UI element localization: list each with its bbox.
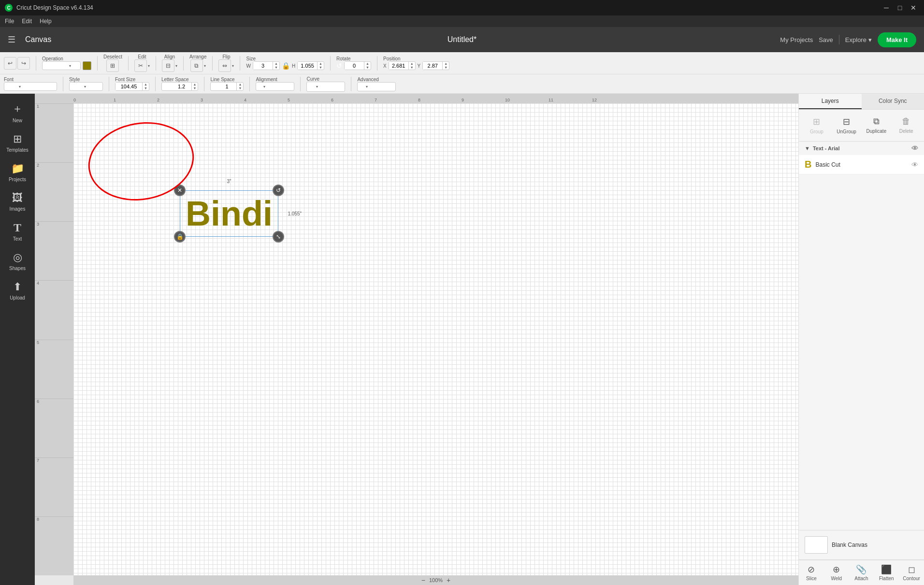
pos-y-input[interactable]: ▲ ▼ xyxy=(422,61,449,71)
layer-eye-icon[interactable]: 👁 xyxy=(911,161,918,169)
contour-button[interactable]: ◻ Contour xyxy=(899,560,924,585)
sidebar-item-upload[interactable]: ⬆ Upload xyxy=(0,277,35,304)
pos-y-field[interactable] xyxy=(423,62,442,70)
weld-button[interactable]: ⊕ Weld xyxy=(824,560,849,585)
lock-handle[interactable]: 🔒 xyxy=(174,231,186,243)
sidebar-item-projects[interactable]: 📁 Projects xyxy=(0,158,35,186)
pos-x-up[interactable]: ▲ xyxy=(409,62,415,66)
size-h-field[interactable] xyxy=(298,62,317,70)
sidebar-item-new[interactable]: ＋ New xyxy=(0,98,35,127)
color-swatch[interactable] xyxy=(83,61,91,70)
size-w-up[interactable]: ▲ xyxy=(273,62,279,66)
zoom-in-button[interactable]: + xyxy=(447,576,450,584)
rotate-input[interactable]: ▲ ▼ xyxy=(344,61,371,71)
arrange-label: Arrange xyxy=(189,54,207,59)
bindi-text[interactable]: Bindi xyxy=(186,196,273,231)
rotate-down[interactable]: ▼ xyxy=(364,66,371,70)
collapse-icon[interactable]: ▼ xyxy=(805,145,810,151)
letter-space-down[interactable]: ▼ xyxy=(192,86,198,90)
hamburger-button[interactable]: ☰ xyxy=(8,34,15,45)
flatten-button[interactable]: ⬛ Flatten xyxy=(874,560,899,585)
letter-space-input[interactable]: VA ▲ ▼ xyxy=(161,82,199,91)
canvas-text-element[interactable]: 3" 1.055" ✕ ↺ 🔒 ⤡ Bindi xyxy=(180,190,278,237)
delete-button[interactable]: 🗑 Delete xyxy=(892,114,920,137)
slice-button[interactable]: ⊘ Slice xyxy=(799,560,824,585)
font-size-label: Font Size xyxy=(115,77,149,82)
save-button[interactable]: Save xyxy=(819,36,833,43)
group-button[interactable]: ⊞ Group xyxy=(803,114,831,137)
operation-select[interactable]: Basic Cut ▾ xyxy=(42,61,81,70)
size-w-input[interactable]: ▲ ▼ xyxy=(253,61,280,71)
sidebar-item-templates[interactable]: ⊞ Templates xyxy=(0,129,35,157)
attach-button[interactable]: 📎 Attach xyxy=(849,560,874,585)
tab-color-sync[interactable]: Color Sync xyxy=(862,94,924,109)
pos-x-down[interactable]: ▼ xyxy=(409,66,415,70)
horizontal-scrollbar[interactable]: − 100% + xyxy=(73,575,798,585)
menu-file[interactable]: File xyxy=(5,18,14,25)
header-right: My Projects Save Explore ▾ Make It xyxy=(780,32,916,47)
size-h-down[interactable]: ▼ xyxy=(318,66,324,70)
delete-handle[interactable]: ✕ xyxy=(174,185,186,196)
letter-space-field[interactable] xyxy=(172,83,191,90)
explore-button[interactable]: Explore ▾ xyxy=(845,36,872,43)
chevron-down-icon: ▾ xyxy=(69,64,71,68)
my-projects-button[interactable]: My Projects xyxy=(780,36,813,43)
letter-space-up[interactable]: ▲ xyxy=(192,83,198,86)
pos-y-down[interactable]: ▼ xyxy=(443,66,449,70)
chevron-down-icon: ▾ xyxy=(263,85,265,89)
duplicate-button[interactable]: ⧉ Duplicate xyxy=(863,114,891,137)
maximize-button[interactable]: □ xyxy=(894,2,906,14)
layer-item[interactable]: B Basic Cut 👁 xyxy=(799,155,924,174)
pos-x-input[interactable]: ▲ ▼ xyxy=(389,61,416,71)
flatten-icon: ⬛ xyxy=(881,564,892,575)
undo-button[interactable]: ↩ xyxy=(4,57,16,70)
font-size-down[interactable]: ▼ xyxy=(143,86,149,90)
flip-button[interactable]: ⇔ xyxy=(218,59,231,72)
deselect-button[interactable]: ⊞ xyxy=(106,59,119,72)
line-space-input[interactable]: ↕ ▲ ▼ xyxy=(210,82,244,91)
close-button[interactable]: ✕ xyxy=(908,2,919,14)
tab-layers[interactable]: Layers xyxy=(799,94,862,109)
sidebar-item-images[interactable]: 🖼 Images xyxy=(0,188,35,215)
redo-button[interactable]: ↪ xyxy=(17,57,30,70)
arrange-button[interactable]: ⧉ xyxy=(190,59,203,72)
size-h-input[interactable]: ▲ ▼ xyxy=(297,61,324,71)
font-size-field[interactable] xyxy=(116,83,142,90)
rotate-section: Rotate ↺ ▲ ▼ xyxy=(336,56,371,71)
size-w-down[interactable]: ▼ xyxy=(273,66,279,70)
alignment-select[interactable]: ≡ ▾ xyxy=(256,82,294,91)
curve-select[interactable]: ⌒ ▾ xyxy=(306,82,345,92)
font-select[interactable]: Arial ▾ xyxy=(4,82,57,91)
menu-help[interactable]: Help xyxy=(40,18,52,25)
ungroup-button[interactable]: ⊟ UnGroup xyxy=(833,114,861,137)
line-space-down[interactable]: ▼ xyxy=(237,86,243,90)
visibility-icon[interactable]: 👁 xyxy=(911,144,918,152)
size-w-field[interactable] xyxy=(253,62,273,70)
chevron-down-icon: ▾ xyxy=(175,64,177,68)
cut-button[interactable]: ✂ xyxy=(134,59,147,72)
line-space-field[interactable] xyxy=(217,83,236,90)
pos-y-up[interactable]: ▲ xyxy=(443,62,449,66)
advanced-select[interactable]: ⊡ ▾ xyxy=(357,82,396,91)
zoom-out-button[interactable]: − xyxy=(421,576,425,584)
font-size-up[interactable]: ▲ xyxy=(143,83,149,86)
line-space-up[interactable]: ▲ xyxy=(237,83,243,86)
rotate-up[interactable]: ▲ xyxy=(364,62,371,66)
sidebar-item-text[interactable]: T Text xyxy=(0,217,35,245)
title-bar-text: Cricut Design Space v6.4.134 xyxy=(16,4,919,11)
menu-edit[interactable]: Edit xyxy=(22,18,32,25)
sidebar-item-shapes[interactable]: ◎ Shapes xyxy=(0,247,35,275)
lock-icon[interactable]: 🔒 xyxy=(282,62,290,70)
resize-handle[interactable]: ⤡ xyxy=(273,231,284,243)
rotate-handle[interactable]: ↺ xyxy=(273,185,284,196)
minimize-button[interactable]: ─ xyxy=(881,2,892,14)
size-h-up[interactable]: ▲ xyxy=(318,62,324,66)
make-it-button[interactable]: Make It xyxy=(878,32,916,47)
pos-x-field[interactable] xyxy=(389,62,408,70)
style-select[interactable]: Bold ▾ xyxy=(69,82,103,91)
toolbar1: ↩ ↪ Operation Basic Cut ▾ Deselect ⊞ Edi… xyxy=(0,52,924,74)
font-size-input[interactable]: ▲ ▼ xyxy=(115,82,149,91)
alignment-section: Alignment ≡ ▾ xyxy=(256,77,294,91)
align-button[interactable]: ⊟ xyxy=(162,59,174,72)
rotate-field[interactable] xyxy=(345,62,364,70)
